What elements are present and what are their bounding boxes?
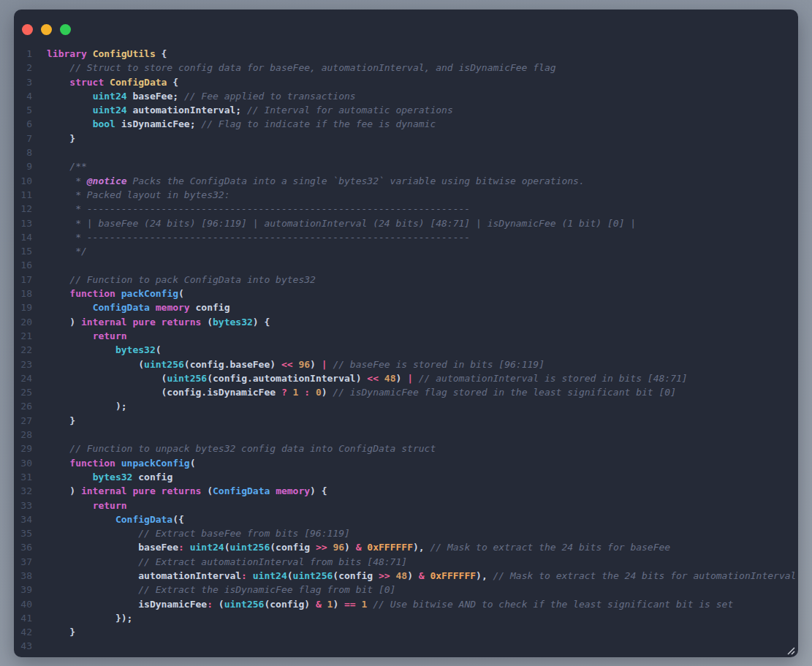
line-content: } <box>47 625 75 639</box>
line-content: ConfigData memory config <box>47 300 230 314</box>
line-number: 38 <box>14 569 32 583</box>
code-line: 25 (config.isDynamicFee ? 1 : 0) // isDy… <box>14 385 798 399</box>
code-line: 16 <box>14 258 798 272</box>
line-content: library ConfigUtils { <box>47 47 167 61</box>
line-number: 43 <box>14 639 32 653</box>
line-number: 39 <box>14 583 32 597</box>
line-content: (uint256(config.automationInterval) << 4… <box>47 371 688 385</box>
code-line: 8 <box>14 145 798 159</box>
code-line: 37 // Extract automationInterval from bi… <box>14 555 798 569</box>
line-content: bool isDynamicFee; // Flag to indicate i… <box>47 117 436 131</box>
line-number: 12 <box>14 202 32 216</box>
line-content: * --------------------------------------… <box>47 230 470 244</box>
line-content: function packConfig( <box>47 287 184 300</box>
code-line: 7 } <box>14 132 798 145</box>
line-content: */ <box>47 244 87 258</box>
line-number: 13 <box>14 216 32 230</box>
line-number: 17 <box>14 273 32 287</box>
line-number: 40 <box>14 597 32 611</box>
code-line: 1library ConfigUtils { <box>14 47 798 61</box>
code-line: 4 uint24 baseFee; // Fee applied to tran… <box>14 89 798 103</box>
code-line: 13 * | baseFee (24 bits) [96:119] | auto… <box>14 216 798 230</box>
line-content: } <box>47 132 75 145</box>
line-content: ConfigData({ <box>47 512 184 526</box>
line-content: baseFee: uint24(uint256(config >> 96) & … <box>47 540 670 554</box>
line-number: 24 <box>14 371 32 385</box>
line-content: * @notice Packs the ConfigData into a si… <box>47 174 585 188</box>
line-content: /** <box>47 159 87 173</box>
code-area: 1library ConfigUtils {2 // Struct to sto… <box>14 47 798 654</box>
line-number: 26 <box>14 399 32 413</box>
code-line: 27 } <box>14 414 798 428</box>
line-number: 5 <box>14 103 32 117</box>
line-number: 4 <box>14 89 32 103</box>
line-number: 14 <box>14 230 32 244</box>
line-number: 1 <box>14 47 32 61</box>
line-number: 34 <box>14 512 32 526</box>
line-content: struct ConfigData { <box>47 75 178 89</box>
line-number: 16 <box>14 258 32 272</box>
code-line: 30 function unpackConfig( <box>14 456 798 470</box>
line-content: * --------------------------------------… <box>47 202 470 216</box>
code-line: 43 <box>14 639 798 653</box>
line-number: 22 <box>14 343 32 357</box>
line-number: 6 <box>14 117 32 131</box>
code-line: 38 automationInterval: uint24(uint256(co… <box>14 569 798 583</box>
line-number: 2 <box>14 61 32 75</box>
line-content: } <box>47 414 75 428</box>
line-number: 19 <box>14 300 32 314</box>
code-line: 33 return <box>14 499 798 512</box>
line-content: ); <box>47 399 127 413</box>
resize-grip-icon[interactable] <box>786 645 796 655</box>
line-number: 23 <box>14 357 32 371</box>
line-content: (uint256(config.baseFee) << 96) | // bas… <box>47 357 545 371</box>
code-line: 2 // Struct to store config data for bas… <box>14 61 798 75</box>
line-number: 21 <box>14 329 32 343</box>
line-content: ) internal pure returns (ConfigData memo… <box>47 484 327 498</box>
code-line: 11 * Packed layout in bytes32: <box>14 188 798 202</box>
line-content: bytes32 config <box>47 470 172 484</box>
line-number: 20 <box>14 315 32 329</box>
line-content: ) internal pure returns (bytes32) { <box>47 315 270 329</box>
line-number: 9 <box>14 159 32 173</box>
code-line: 20 ) internal pure returns (bytes32) { <box>14 315 798 329</box>
line-content: function unpackConfig( <box>47 456 196 470</box>
close-button[interactable] <box>22 24 33 35</box>
code-line: 34 ConfigData({ <box>14 512 798 526</box>
line-content: automationInterval: uint24(uint256(confi… <box>47 569 796 583</box>
line-content: uint24 automationInterval; // Interval f… <box>47 103 453 117</box>
code-line: 5 uint24 automationInterval; // Interval… <box>14 103 798 117</box>
line-content: // Extract the isDynamicFee flag from bi… <box>47 583 395 597</box>
line-content: // Extract baseFee from bits [96:119] <box>47 526 350 540</box>
code-line: 28 <box>14 428 798 442</box>
line-number: 42 <box>14 625 32 639</box>
line-content: return <box>47 329 127 343</box>
code-line: 17 // Function to pack ConfigData into b… <box>14 273 798 287</box>
line-content: bytes32( <box>47 343 162 357</box>
line-number: 3 <box>14 75 32 89</box>
code-line: 15 */ <box>14 244 798 258</box>
code-line: 42 } <box>14 625 798 639</box>
line-number: 36 <box>14 540 32 554</box>
code-line: 9 /** <box>14 159 798 173</box>
code-line: 36 baseFee: uint24(uint256(config >> 96)… <box>14 540 798 554</box>
minimize-button[interactable] <box>41 24 52 35</box>
line-content: (config.isDynamicFee ? 1 : 0) // isDynam… <box>47 385 676 399</box>
code-line: 22 bytes32( <box>14 343 798 357</box>
code-line: 26 ); <box>14 399 798 413</box>
line-number: 31 <box>14 470 32 484</box>
line-number: 25 <box>14 385 32 399</box>
code-line: 12 * -----------------------------------… <box>14 202 798 216</box>
line-number: 8 <box>14 145 32 159</box>
code-line: 29 // Function to unpack bytes32 config … <box>14 442 798 455</box>
line-content: * Packed layout in bytes32: <box>47 188 229 202</box>
code-line: 40 isDynamicFee: (uint256(config) & 1) =… <box>14 597 798 611</box>
line-number: 32 <box>14 484 32 498</box>
code-line: 31 bytes32 config <box>14 470 798 484</box>
code-line: 39 // Extract the isDynamicFee flag from… <box>14 583 798 597</box>
code-line: 6 bool isDynamicFee; // Flag to indicate… <box>14 117 798 131</box>
zoom-button[interactable] <box>60 24 71 35</box>
line-number: 27 <box>14 414 32 428</box>
code-line: 35 // Extract baseFee from bits [96:119] <box>14 526 798 540</box>
line-number: 28 <box>14 428 32 442</box>
